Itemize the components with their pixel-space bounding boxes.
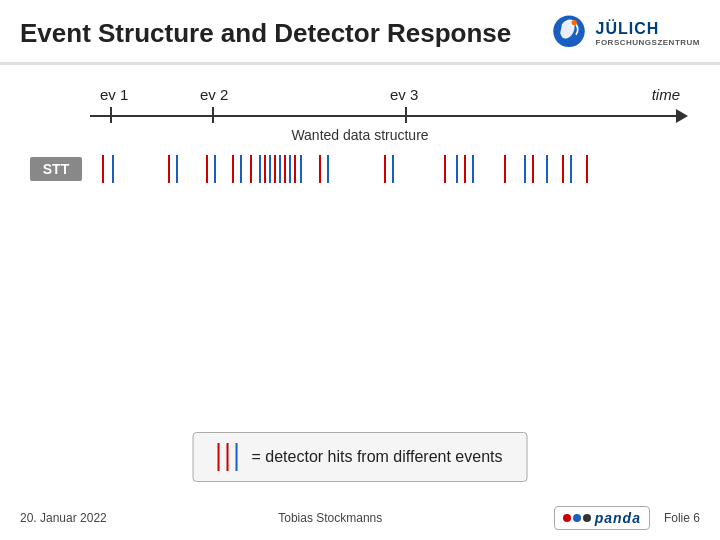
- hit: [562, 155, 564, 183]
- hit: [168, 155, 170, 183]
- ev1-label: ev 1: [100, 86, 128, 103]
- panda-dot-black: [583, 514, 591, 522]
- legend-red-hit2: [227, 443, 229, 471]
- panda-text: panda: [595, 510, 641, 526]
- footer-date: 20. Januar 2022: [20, 511, 107, 525]
- timeline-line: [90, 115, 685, 117]
- wanted-label: Wanted data structure: [30, 127, 690, 143]
- stt-row: STT: [30, 151, 690, 187]
- hit: [524, 155, 526, 183]
- ev3-label: ev 3: [390, 86, 418, 103]
- footer-slide: Folie 6: [664, 511, 700, 525]
- hit: [279, 155, 281, 183]
- stt-badge: STT: [30, 157, 82, 181]
- legend-hits: [218, 443, 238, 471]
- svg-point-1: [571, 20, 576, 25]
- hit: [319, 155, 321, 183]
- julich-logo-icon: [548, 12, 590, 54]
- panda-dot-red: [563, 514, 571, 522]
- event-labels-row: ev 1 ev 2 ev 3 time: [30, 75, 690, 103]
- hit: [384, 155, 386, 183]
- logo-area: JÜLICH FORSCHUNGSZENTRUM: [548, 12, 701, 54]
- hit: [327, 155, 329, 183]
- ev2-label: ev 2: [200, 86, 228, 103]
- hit: [456, 155, 458, 183]
- legend-blue-hit: [236, 443, 238, 471]
- hit: [392, 155, 394, 183]
- hit: [472, 155, 474, 183]
- panda-dots: [563, 514, 591, 522]
- header: Event Structure and Detector Response JÜ…: [0, 0, 720, 65]
- hit: [259, 155, 261, 183]
- hit: [570, 155, 572, 183]
- panda-dot-blue: [573, 514, 581, 522]
- hit: [444, 155, 446, 183]
- legend-text: = detector hits from different events: [252, 448, 503, 466]
- footer: 20. Januar 2022 Tobias Stockmanns panda …: [0, 506, 720, 530]
- legend-red-hit: [218, 443, 220, 471]
- hit: [206, 155, 208, 183]
- hit: [240, 155, 242, 183]
- hit: [176, 155, 178, 183]
- hit: [214, 155, 216, 183]
- hit: [546, 155, 548, 183]
- hit: [264, 155, 266, 183]
- hit: [504, 155, 506, 183]
- hit: [269, 155, 271, 183]
- legend-box: = detector hits from different events: [193, 432, 528, 482]
- page-title: Event Structure and Detector Response: [20, 18, 511, 49]
- hit: [284, 155, 286, 183]
- panda-logo: panda: [554, 506, 650, 530]
- hit: [112, 155, 114, 183]
- hit: [300, 155, 302, 183]
- hit: [289, 155, 291, 183]
- hit: [250, 155, 252, 183]
- hit: [232, 155, 234, 183]
- hit: [532, 155, 534, 183]
- hit: [586, 155, 588, 183]
- julich-logo-text: JÜLICH FORSCHUNGSZENTRUM: [596, 19, 701, 48]
- main-content: ev 1 ev 2 ev 3 time Wanted data structur…: [0, 65, 720, 203]
- hit: [274, 155, 276, 183]
- timeline-arrow: [30, 105, 690, 125]
- hits-area: [94, 151, 690, 187]
- hit: [102, 155, 104, 183]
- hit: [294, 155, 296, 183]
- footer-author: Tobias Stockmanns: [278, 511, 382, 525]
- time-label: time: [652, 86, 680, 103]
- hit: [464, 155, 466, 183]
- timeline-arrowhead: [676, 109, 688, 123]
